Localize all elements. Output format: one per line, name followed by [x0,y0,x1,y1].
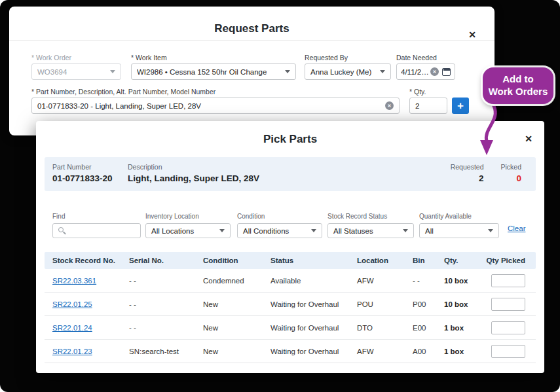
status-cell: Waiting for Overhaul [263,300,349,308]
work-order-select[interactable]: WO3694 [31,63,121,80]
requested-by-value: Anna Luckey (Me) [310,68,371,76]
clear-date-icon[interactable] [430,67,439,76]
request-parts-header: Request Parts ✕ [9,7,495,41]
qty-cell: 10 box [436,300,480,308]
quantity-available-label: Quantity Available [419,213,499,220]
part-number-value: 01-0771833-20 [52,173,128,183]
stock-record-link[interactable]: SR22.01.25 [52,300,92,308]
qty-picked-input[interactable] [491,298,525,311]
qty-input[interactable] [409,98,447,114]
stock-record-link[interactable]: SR22.01.24 [52,324,92,332]
location-cell: DTO [349,324,405,332]
filter-quantity-available: Quantity Available All [419,213,499,238]
calendar-icon[interactable] [442,68,451,76]
inventory-location-select[interactable]: All Locations [145,223,231,238]
description-value: Light, Landing, Super LED, 28V [128,173,451,183]
pick-parts-title: Pick Parts [36,133,544,146]
request-parts-title: Request Parts [9,22,495,35]
pick-parts-modal: Pick Parts ✕ Part Number 01-0771833-20 D… [36,121,544,373]
part-search-input[interactable] [31,98,400,114]
stock-record-link[interactable]: SR22.03.361 [52,277,96,285]
description-label: Description [128,163,451,171]
summary-part-number: Part Number 01-0771833-20 [52,163,128,183]
part-summary-band: Part Number 01-0771833-20 Description Li… [45,157,536,191]
table-header-row: Stock Record No. Serial No. Condition St… [45,252,536,269]
condition-cell: New [195,347,263,355]
bin-cell: A00 [405,347,436,355]
location-cell: POU [349,300,405,308]
qty-cell: 10 box [436,277,480,285]
location-cell: AFW [349,347,405,355]
condition-select[interactable]: All Conditions [237,223,322,238]
requested-by-label: Requested By [305,54,348,62]
serial-no-cell: - - [121,277,195,285]
part-search-label: * Part Number, Description, Alt. Part Nu… [31,88,215,96]
chevron-down-icon [403,229,408,232]
add-part-button[interactable]: + [452,98,469,114]
work-item-select[interactable]: WI2986 • Cessna 152 50hr Oil Change [131,63,296,80]
qty-cell: 1 box [436,347,480,355]
picked-value: 0 [500,173,521,183]
work-item-label: * Work Item [131,54,167,62]
work-order-value: WO3694 [37,68,67,76]
col-header: Location [349,257,405,264]
bin-cell: E00 [405,324,436,332]
inventory-location-label: Inventory Location [145,213,231,220]
summary-requested: Requested 2 [451,163,484,183]
stock-record-status-label: Stock Record Status [327,213,414,220]
serial-no-cell: - - [121,324,195,332]
status-cell: Available [263,277,349,285]
inventory-location-value: All Locations [151,227,194,235]
close-icon[interactable]: ✕ [468,30,476,39]
col-header: Qty. [436,257,480,264]
picked-label: Picked [500,163,521,171]
chevron-down-icon [110,70,115,73]
chevron-down-icon [285,70,290,73]
bin-cell: P00 [405,300,436,308]
stock-record-link[interactable]: SR22.01.23 [52,347,92,355]
chevron-down-icon [219,229,225,232]
quantity-available-select[interactable]: All [419,223,499,238]
stock-records-table: Stock Record No. Serial No. Condition St… [45,252,536,363]
clear-filters-link[interactable]: Clear [508,224,525,232]
bin-cell: - - [405,277,436,285]
summary-picked: Picked 0 [500,163,521,183]
qty-picked-input[interactable] [491,345,525,358]
filter-inventory-location: Inventory Location All Locations [145,213,231,238]
summary-description: Description Light, Landing, Super LED, 2… [128,163,451,183]
clear-part-search-icon[interactable] [385,101,394,110]
filter-stock-record-status: Stock Record Status All Statuses [327,213,414,238]
add-to-work-orders-callout: Add to Work Orders [483,67,553,104]
work-order-label: * Work Order [31,54,71,62]
requested-value: 2 [451,173,484,183]
table-row: SR22.01.24 - - New Waiting for Overhaul … [45,316,536,340]
serial-no-cell: - - [121,300,195,308]
work-item-value: WI2986 • Cessna 152 50hr Oil Change [137,68,267,76]
requested-by-select[interactable]: Anna Luckey (Me) [305,63,391,80]
qty-picked-input[interactable] [491,274,525,287]
filter-condition: Condition All Conditions [237,213,322,238]
condition-label: Condition [237,213,322,220]
callout-line-1: Add to [502,73,533,86]
find-label: Find [52,213,141,220]
close-icon[interactable]: ✕ [525,134,532,143]
table-row: SR22.03.361 - - Condemned Available AFW … [45,269,536,293]
col-header: Qty Picked [480,257,536,264]
date-needed-field[interactable]: 4/11/2022 [396,63,455,80]
find-input[interactable] [52,223,141,238]
callout-line-2: Work Orders [489,86,548,98]
search-icon [58,227,64,232]
request-parts-modal: Request Parts ✕ * Work Order WO3694 * Wo… [9,7,495,135]
qty-label: * Qty. [409,88,426,96]
col-header: Stock Record No. [45,257,121,264]
status-cell: Waiting for Overhaul [263,324,349,332]
qty-picked-input[interactable] [491,321,525,334]
chevron-down-icon [311,229,316,232]
date-needed-label: Date Needed [396,54,437,62]
quantity-available-value: All [425,227,434,235]
location-cell: AFW [349,277,405,285]
date-needed-value: 4/11/2022 [401,68,430,76]
serial-no-cell: SN:search-test [121,347,195,355]
col-header: Condition [195,257,263,264]
stock-record-status-select[interactable]: All Statuses [327,223,414,238]
